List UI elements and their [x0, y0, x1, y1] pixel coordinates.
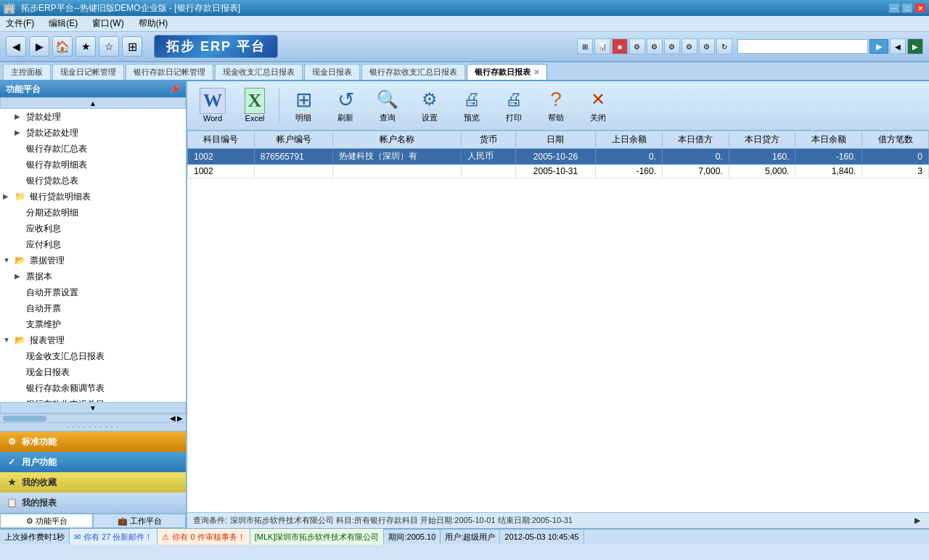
cell-credit: 5,000. — [729, 165, 795, 178]
settings-button[interactable]: ⚙ 设置 — [410, 86, 449, 125]
forward-button[interactable]: ▶ — [29, 36, 49, 57]
cell-kemu: 1002 — [188, 165, 255, 178]
sidebar-item-voucher-book[interactable]: ▶ 票据本 — [0, 268, 186, 284]
table-row[interactable]: 1002 876565791 热健科技（深圳）有 人民币 2005-10-26 … — [188, 149, 929, 165]
nav-extra-2[interactable]: ▶ — [907, 38, 923, 54]
tool-icon-4[interactable]: ⚙ — [629, 38, 645, 54]
cell-zhanghu: 876565791 — [254, 149, 333, 165]
standard-function-button[interactable]: ⚙ 标准功能 — [0, 432, 186, 452]
tab-cash-daily[interactable]: 现金日报表 — [304, 64, 360, 80]
grid-button[interactable]: ⊞ — [122, 36, 142, 57]
close-report-button[interactable]: ✕ 关闭 — [578, 86, 618, 125]
print-button[interactable]: 🖨 打印 — [494, 86, 533, 125]
expand-icon — [15, 158, 23, 171]
menu-file[interactable]: 文件(F) — [3, 16, 37, 31]
sidebar-item-loan-process[interactable]: ▶ 贷款处理 — [0, 109, 186, 125]
help-button[interactable]: ? 帮助 — [536, 86, 576, 125]
col-header-date: 日期 — [515, 131, 596, 149]
sidebar-resize-area[interactable]: · · · · · · · · · · — [0, 422, 186, 431]
alert-segment[interactable]: ⚠ 你有 0 件审核事务！ — [157, 529, 250, 545]
h-scrollbar[interactable] — [3, 416, 46, 421]
scroll-right-btn[interactable]: ▶ — [177, 414, 183, 422]
preview-button[interactable]: 🖨 预览 — [452, 86, 491, 125]
sidebar-item-receivable-interest[interactable]: 应收利息 — [0, 221, 186, 236]
col-header-currency: 货币 — [461, 131, 515, 149]
word-icon: W — [200, 88, 226, 114]
excel-button[interactable]: X Excel — [235, 87, 274, 125]
menu-window[interactable]: 窗口(W) — [89, 16, 126, 31]
close-window-button[interactable]: ✕ — [914, 3, 926, 13]
sidebar-item-payable-interest[interactable]: 应付利息 — [0, 236, 186, 252]
tool-icon-1[interactable]: ⊞ — [577, 38, 593, 54]
report-table: 科目编号 帐户编号 帐户名称 货币 日期 上日余额 本日借方 本日贷方 本日余额… — [187, 131, 929, 178]
tab-cash-journal[interactable]: 现金日记帐管理 — [52, 64, 124, 80]
sidebar-item-auto-invoice-settings[interactable]: 自动开票设置 — [0, 284, 186, 300]
mail-segment[interactable]: ✉ 你有 27 份新邮件！ — [70, 529, 157, 545]
expand-icon — [15, 206, 23, 219]
tree-scroll-down[interactable]: ▼ — [0, 402, 186, 413]
bottom-bar: 上次操作费时1秒 ✉ 你有 27 份新邮件！ ⚠ 你有 0 件审核事务！ [ML… — [0, 528, 929, 544]
tab-bank-journal[interactable]: 银行存款日记帐管理 — [126, 64, 213, 80]
sidebar-item-cash-daily-report[interactable]: 现金日报表 — [0, 364, 186, 380]
nav-search-input[interactable] — [737, 39, 868, 54]
tool-icon-2[interactable]: 📊 — [594, 38, 610, 54]
report-toolbar: W Word X Excel ⊞ 明细 ↺ 刷新 — [187, 81, 929, 131]
tool-icon-5[interactable]: ⚙ — [647, 38, 663, 54]
tool-icon-3[interactable]: ■ — [612, 38, 628, 54]
mail-label: 你有 27 份新邮件！ — [83, 532, 152, 543]
sidebar-item-voucher-mgmt[interactable]: ▼ 📂 票据管理 — [0, 252, 186, 268]
menu-edit[interactable]: 编辑(E) — [46, 16, 81, 31]
sidebar-item-installment[interactable]: 分期还款明细 — [0, 205, 186, 221]
query-label: 查询条件: — [193, 515, 227, 526]
table-row[interactable]: 1002 2005-10-31 -160. 7,000. 5,000. 1,84… — [188, 165, 929, 178]
restore-button[interactable]: □ — [901, 3, 913, 13]
col-header-prev-balance: 上日余额 — [596, 131, 663, 149]
word-button[interactable]: W Word — [193, 87, 232, 125]
sidebar-item-repay-process[interactable]: ▶ 贷款还款处理 — [0, 125, 186, 141]
bookmark-button[interactable]: ★ — [75, 36, 96, 57]
status-scroll-right[interactable]: ▶ — [912, 513, 923, 528]
sidebar-item-auto-invoice[interactable]: 自动开票 — [0, 300, 186, 316]
sidebar-item-bank-cashflow-report[interactable]: 银行存款收支汇总日 — [0, 396, 186, 402]
minimize-button[interactable]: ─ — [888, 3, 900, 13]
nav-right-tools: ⊞ 📊 ■ ⚙ ⚙ ⚙ ⚙ ⚙ ↻ ▶ ◀ ▶ — [577, 38, 923, 54]
my-favorites-button[interactable]: ★ 我的收藏 — [0, 472, 186, 493]
tab-bank-summary[interactable]: 银行存款收支汇总日报表 — [361, 64, 465, 80]
scroll-left-btn[interactable]: ◀ — [170, 414, 176, 422]
tree-scroll-up[interactable]: ▲ — [0, 97, 186, 109]
search-button[interactable]: 🔍 查询 — [368, 86, 407, 125]
sidebar-item-bank-loan-total[interactable]: 银行贷款总表 — [0, 173, 186, 189]
sidebar-item-bank-balance-report[interactable]: 银行存款余额调节表 — [0, 380, 186, 396]
tool-icon-7[interactable]: ⚙ — [682, 38, 697, 54]
detail-button[interactable]: ⊞ 明细 — [284, 86, 323, 125]
sidebar-item-report-mgmt[interactable]: ▼ 📂 报表管理 — [0, 332, 186, 348]
time-segment: 2012-05-03 10:45:45 — [500, 529, 584, 545]
refresh-button[interactable]: ↺ 刷新 — [326, 86, 365, 125]
sidebar-item-bank-summary[interactable]: 银行存款汇总表 — [0, 141, 186, 157]
tab-cash-summary[interactable]: 现金收支汇总日报表 — [215, 64, 303, 80]
user-segment: 用户:超级用户 — [441, 529, 500, 545]
sidebar-tab-function[interactable]: ⚙ 功能平台 — [0, 514, 93, 528]
sidebar-pin-icon[interactable]: 📌 — [169, 84, 180, 94]
sidebar-tab-work[interactable]: 💼 工作平台 — [93, 514, 186, 528]
cell-name — [333, 165, 461, 178]
my-reports-button[interactable]: 📋 我的报表 — [0, 493, 186, 513]
home-button[interactable]: 🏠 — [52, 36, 73, 57]
tool-icon-8[interactable]: ⚙ — [699, 38, 715, 54]
tab-main-dashboard[interactable]: 主控面板 — [3, 64, 51, 80]
tab-close-icon[interactable]: ✕ — [533, 68, 539, 76]
nav-extra-1[interactable]: ◀ — [890, 38, 906, 54]
bookmark-add-button[interactable]: ☆ — [99, 36, 119, 57]
sidebar-item-check-maintain[interactable]: 支票维护 — [0, 316, 186, 332]
sidebar-item-bank-loan-detail[interactable]: ▶ 📁 银行贷款明细表 — [0, 189, 186, 205]
sidebar: 功能平台 📌 ▲ ▶ 贷款处理 ▶ 贷款还款处理 银行存款汇总表 银行存款明细表 — [0, 81, 187, 528]
tool-icon-6[interactable]: ⚙ — [664, 38, 680, 54]
tab-bank-daily[interactable]: 银行存款日报表 ✕ — [467, 64, 547, 80]
sidebar-item-bank-detail[interactable]: 银行存款明细表 — [0, 157, 186, 173]
tool-icon-9[interactable]: ↻ — [716, 38, 732, 54]
user-function-button[interactable]: ✓ 用户功能 — [0, 452, 186, 472]
sidebar-item-cash-summary-report[interactable]: 现金收支汇总日报表 — [0, 348, 186, 364]
menu-help[interactable]: 帮助(H) — [136, 16, 171, 31]
back-button[interactable]: ◀ — [6, 36, 26, 57]
nav-go-button[interactable]: ▶ — [869, 39, 888, 54]
